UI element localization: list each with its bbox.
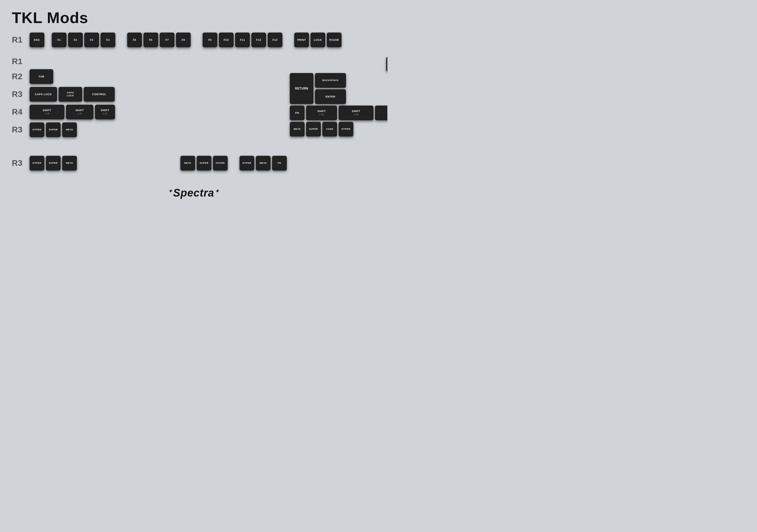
key-tab: TAB: [30, 69, 53, 84]
key-super-l: SUPER: [46, 122, 61, 137]
key-f12: F12: [251, 33, 266, 47]
key-shift-175: SHIFT 1.75: [66, 104, 93, 119]
brand-star-right: ✦: [215, 189, 219, 193]
key-backspace-mid: BACKSPACE: [315, 73, 346, 88]
key-shift-275: SHIFT 2.75: [375, 105, 387, 120]
page-title: TKL Mods: [0, 0, 387, 27]
key-return: RETURN: [290, 73, 314, 104]
key-f3: F3: [84, 33, 99, 47]
key-f11: F11: [235, 33, 250, 47]
key-hyper-bl: HYPER: [30, 156, 45, 170]
key-shift-200: SHIFT 2.00: [306, 105, 337, 120]
r3c-label: R3: [12, 159, 28, 168]
key-lock: LOCK: [311, 33, 325, 47]
brand: ✦Spectra✦: [0, 187, 387, 199]
key-capslock2: CAPSLOCK: [59, 87, 82, 102]
r4-label: R4: [12, 107, 28, 117]
key-f5: F5: [127, 33, 142, 47]
key-super-br: SUPER: [197, 156, 211, 170]
key-capslock: CAPS LOCK: [30, 87, 57, 102]
key-enter: ENTER: [315, 89, 346, 104]
key-backspace-top: BACKSPACE: [386, 57, 387, 72]
key-f7: F7: [160, 33, 174, 47]
key-code: CODE: [322, 122, 337, 136]
r3b-label: R3: [12, 125, 28, 134]
key-f1: F1: [52, 33, 67, 47]
key-f13: F13: [268, 33, 283, 47]
key-f4: F4: [101, 33, 115, 47]
frow-label: R1: [12, 35, 28, 44]
key-shift-225: SHIFT 2.25: [30, 104, 65, 119]
key-shift-125: SHIFT 1.25: [95, 104, 115, 119]
key-print: PRINT: [294, 33, 309, 47]
r3-label: R3: [12, 90, 28, 99]
key-hyper-l: HYPER: [30, 122, 45, 137]
key-hyper-br2: HYPER: [239, 156, 254, 170]
r2-label: R2: [12, 72, 28, 81]
key-f8: F8: [176, 33, 191, 47]
key-fn-l: FN: [290, 105, 305, 120]
key-super-r: SUPER: [306, 122, 321, 136]
key-f6: F6: [143, 33, 158, 47]
key-f10: F10: [219, 33, 234, 47]
key-shift-225b: SHIFT 2.25: [339, 105, 374, 120]
key-meta-r: META: [290, 122, 305, 136]
key-meta-bl: META: [62, 156, 77, 170]
key-meta-l: META: [62, 122, 77, 137]
key-f2: F2: [68, 33, 83, 47]
key-f9: F9: [202, 33, 217, 47]
key-fn-r: FN: [272, 156, 287, 170]
brand-star-left: ✦: [168, 189, 172, 193]
key-meta-br: META: [180, 156, 195, 170]
key-hyper-r: HYPER: [339, 122, 353, 136]
key-esc: ESC: [30, 33, 45, 47]
key-pause: PAUSE: [327, 33, 342, 47]
key-hyper-br: HYPER: [213, 156, 228, 170]
key-meta-br2: META: [256, 156, 271, 170]
key-control: CONTROL: [84, 87, 115, 102]
key-super-bl: SUPER: [46, 156, 61, 170]
r1-label: R1: [12, 57, 28, 66]
